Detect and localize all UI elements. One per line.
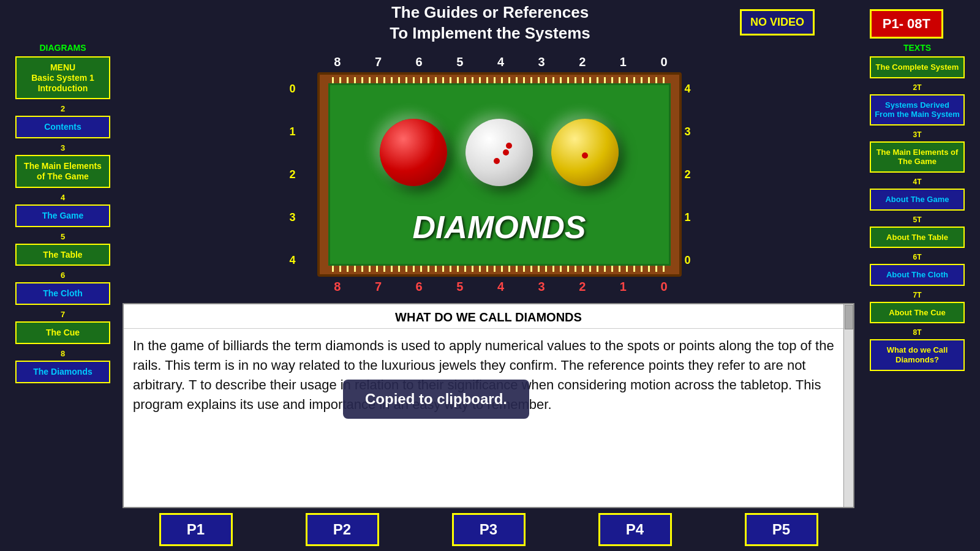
right-btn-about-game[interactable]: About The Game	[870, 189, 965, 211]
scrollbar-thumb[interactable]	[845, 305, 853, 329]
white-ball	[466, 119, 533, 186]
pool-table-wrapper: 876543210 876543210 01234 43210	[287, 55, 691, 294]
sidebar-btn-the-cue[interactable]: The Cue	[15, 321, 110, 344]
bottom-rail-numbers: 876543210	[317, 280, 685, 294]
sidebar-item-1[interactable]: MENUBasic System 1Introduction	[15, 56, 110, 99]
diamonds-label: DIAMONDS	[330, 209, 669, 246]
sidebar-btn-the-table[interactable]: The Table	[15, 244, 110, 266]
page-id-button[interactable]: P1- 08T	[870, 9, 943, 39]
right-btn-about-cloth[interactable]: About The Cloth	[870, 264, 965, 286]
balls-container	[339, 119, 660, 186]
right-sidebar: TEXTS The Complete System 2T Systems Der…	[864, 43, 971, 371]
right-btn-main-elements[interactable]: The Main Elements of The Game	[870, 141, 965, 173]
red-ball	[380, 119, 447, 186]
clipboard-toast: Copied to clipboard.	[343, 380, 529, 419]
sidebar-btn-the-diamonds[interactable]: The Diamonds	[15, 361, 110, 383]
sidebar-btn-menu-intro[interactable]: MENUBasic System 1Introduction	[15, 56, 110, 99]
pool-table: DIAMONDS	[317, 72, 682, 277]
nav-p1-button[interactable]: P1	[159, 513, 233, 546]
yellow-ball	[551, 119, 619, 186]
scrollbar[interactable]	[843, 304, 853, 507]
ball-dot-yellow	[582, 152, 588, 159]
nav-p5-button[interactable]: P5	[745, 513, 818, 546]
bottom-nav: P1 P2 P3 P4 P5	[123, 513, 854, 546]
sidebar-btn-contents[interactable]: Contents	[15, 116, 110, 138]
pool-table-cloth: DIAMONDS	[328, 83, 671, 266]
content-title: WHAT DO WE CALL DIAMONDS	[124, 304, 853, 329]
left-rail-numbers: 01234	[290, 67, 296, 282]
ball-dot-2	[494, 158, 500, 164]
left-sidebar: DIAGRAMS MENUBasic System 1Introduction …	[9, 43, 116, 383]
right-btn-about-cue[interactable]: About The Cue	[870, 302, 965, 324]
pool-table-area: 876543210 876543210 01234 43210	[123, 46, 854, 303]
right-rail-numbers: 43210	[684, 67, 690, 282]
top-rail-numbers: 876543210	[317, 55, 685, 69]
diagrams-label: DIAGRAMS	[39, 43, 86, 53]
nav-p3-button[interactable]: P3	[452, 513, 526, 546]
no-video-button[interactable]: NO VIDEO	[740, 9, 815, 36]
sidebar-btn-the-cloth[interactable]: The Cloth	[15, 282, 110, 305]
sidebar-btn-the-game[interactable]: The Game	[15, 204, 110, 227]
ball-dot-3	[506, 143, 512, 149]
right-btn-complete-system[interactable]: The Complete System	[870, 56, 965, 78]
header: The Guides or References To Implement th…	[0, 0, 980, 46]
sidebar-btn-main-elements[interactable]: The Main Elements of The Game	[15, 155, 110, 188]
texts-label: TEXTS	[903, 43, 931, 53]
right-btn-systems-derived[interactable]: Systems Derived From the Main System	[870, 94, 965, 126]
page-title: The Guides or References To Implement th…	[390, 2, 590, 44]
right-btn-call-diamonds[interactable]: What do we Call Diamonds?	[870, 339, 965, 370]
right-btn-about-table[interactable]: About The Table	[870, 227, 965, 249]
nav-p2-button[interactable]: P2	[306, 513, 379, 546]
nav-p4-button[interactable]: P4	[598, 513, 672, 546]
ball-dot-1	[503, 149, 509, 156]
